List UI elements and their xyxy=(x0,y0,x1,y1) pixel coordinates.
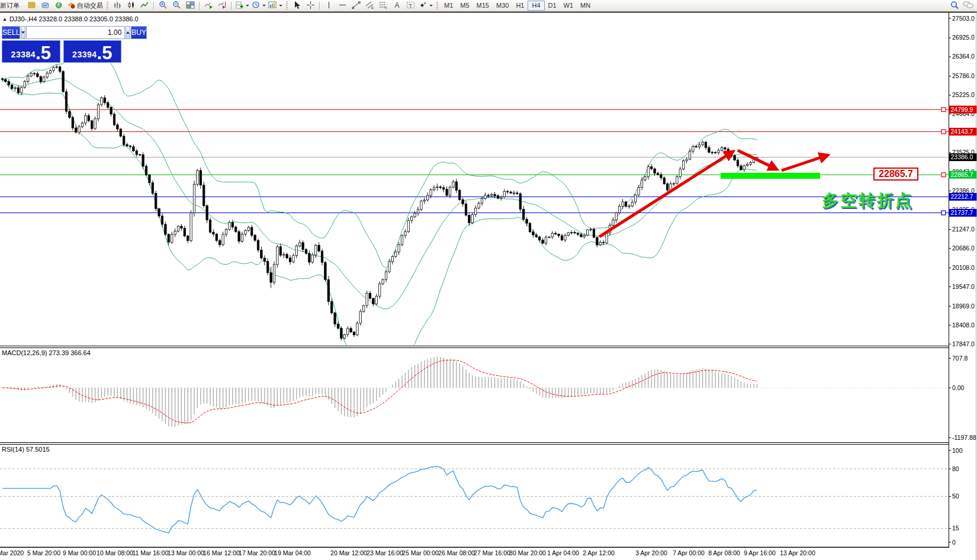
indicators-button[interactable] xyxy=(234,1,250,11)
svg-text:20686.0: 20686.0 xyxy=(952,244,975,252)
time-axis-labels: Mar 20205 Mar 20:009 Mar 00:0010 Mar 08:… xyxy=(0,549,815,556)
svg-text:9 Apr 16:00: 9 Apr 16:00 xyxy=(744,549,776,556)
svg-text:50: 50 xyxy=(952,493,959,500)
tf-button-MN[interactable]: MN xyxy=(577,1,594,11)
tf-button-W1[interactable]: W1 xyxy=(560,1,577,11)
candle-chart-button[interactable] xyxy=(124,1,138,11)
indicators-caret xyxy=(246,5,249,7)
svg-text:21737.7: 21737.7 xyxy=(951,209,973,216)
tf-button-M15[interactable]: M15 xyxy=(473,1,493,11)
macd-indicator-label: MACD(12,26,9) 273.39 366.64 xyxy=(2,349,91,356)
tf-button-M30[interactable]: M30 xyxy=(493,1,512,11)
line-chart-button[interactable] xyxy=(138,1,152,11)
cursor-tool-button[interactable] xyxy=(290,1,304,11)
horizontal-line-icon xyxy=(338,1,347,11)
svg-text:19 Mar 04:00: 19 Mar 04:00 xyxy=(274,549,311,556)
text-tool-button[interactable]: A xyxy=(390,1,404,11)
price-axis-labels: 27503.026925.026364.025786.025225.024664… xyxy=(949,15,977,546)
vline-tool-button[interactable] xyxy=(322,1,336,11)
volume-input[interactable] xyxy=(26,26,125,39)
toolbar-grip[interactable] xyxy=(107,2,108,10)
symbol-ohlc-info: DJ30-,H4 23328.0 23388.0 23305.0 23386.0 xyxy=(9,15,139,22)
volume-increase-button[interactable] xyxy=(126,26,130,39)
svg-text:27 Mar 16:00: 27 Mar 16:00 xyxy=(474,549,510,556)
toolbar-grip[interactable] xyxy=(286,2,288,10)
tf-button-M5[interactable]: M5 xyxy=(457,1,473,11)
periods-caret xyxy=(262,5,266,7)
new-order-button[interactable]: 新订单 xyxy=(0,1,25,11)
zoom-in-button[interactable] xyxy=(156,1,170,11)
trend-arrow[interactable] xyxy=(599,152,733,237)
templates-caret xyxy=(279,5,282,7)
svg-text:22865.7: 22865.7 xyxy=(951,171,973,178)
tf-button-H1[interactable]: H1 xyxy=(512,1,528,11)
signal-icon xyxy=(54,1,63,11)
svg-text:21247.0: 21247.0 xyxy=(952,226,975,233)
search-button[interactable] xyxy=(947,1,961,11)
chart-shift-button[interactable] xyxy=(216,1,229,11)
buy-button[interactable]: BUY xyxy=(131,26,147,39)
auto-scroll-button[interactable] xyxy=(202,1,216,11)
down-triangle-icon xyxy=(21,31,25,34)
crosshair-tool-button[interactable] xyxy=(304,1,317,11)
text-label-tool-button[interactable]: T xyxy=(404,1,417,11)
svg-text:A: A xyxy=(395,1,400,9)
chinese-note-text[interactable]: 多空转折点 xyxy=(822,189,914,212)
fibonacci-tool-button[interactable]: F xyxy=(377,1,390,11)
signals-button[interactable] xyxy=(52,1,66,11)
tf-button-M1[interactable]: M1 xyxy=(441,1,457,11)
fibonacci-icon: F xyxy=(379,1,388,11)
svg-text:8 Apr 08:00: 8 Apr 08:00 xyxy=(708,549,740,556)
bid-main-digits: 23384 xyxy=(11,50,36,59)
bar-chart-button[interactable] xyxy=(111,1,124,11)
periods-button[interactable] xyxy=(250,1,267,11)
profile-button[interactable] xyxy=(25,1,38,11)
market-watch-button[interactable] xyxy=(38,1,52,11)
svg-text:F: F xyxy=(385,6,387,9)
support-zone-bar[interactable] xyxy=(721,173,820,179)
svg-text:19547.0: 19547.0 xyxy=(952,283,975,290)
svg-text:707.8: 707.8 xyxy=(952,355,968,362)
toolbar-grip[interactable] xyxy=(436,2,438,10)
price-pane xyxy=(0,46,949,366)
zoom-out-icon xyxy=(172,1,181,11)
line-chart-icon xyxy=(140,1,149,11)
chat-button[interactable] xyxy=(961,1,975,11)
buy-label: BUY xyxy=(131,28,146,37)
svg-text:25 Mar 00:00: 25 Mar 00:00 xyxy=(402,549,439,556)
text-label-icon: T xyxy=(406,1,415,11)
tf-button-D1[interactable]: D1 xyxy=(545,1,560,11)
indicators-icon xyxy=(235,1,244,11)
chat-bubbles-icon xyxy=(963,1,973,11)
svg-text:0.00: 0.00 xyxy=(952,384,965,391)
symbol-header: ▲ DJ30-,H4 23328.0 23388.0 23305.0 23386… xyxy=(2,15,139,22)
svg-text:17847.0: 17847.0 xyxy=(952,340,975,347)
zoom-in-icon xyxy=(159,1,168,11)
sell-button[interactable]: SELL xyxy=(2,26,20,39)
trendline-icon xyxy=(352,1,361,11)
support-level-annotation[interactable]: 22865.7 xyxy=(873,168,918,181)
svg-text:26925.0: 26925.0 xyxy=(952,34,975,41)
arrows-shapes-icon xyxy=(419,1,428,11)
svg-text:24799.9: 24799.9 xyxy=(951,106,973,113)
auto-scroll-icon xyxy=(204,1,213,11)
tf-button-H4[interactable]: H4 xyxy=(528,1,544,11)
tile-windows-button[interactable] xyxy=(184,1,197,11)
zoom-out-button[interactable] xyxy=(170,1,184,11)
volume-decrease-button[interactable] xyxy=(21,26,25,39)
templates-button[interactable] xyxy=(267,1,284,11)
bid-quote-button[interactable]: 23384 .5 xyxy=(2,40,60,63)
svg-text:22212.7: 22212.7 xyxy=(951,193,973,200)
svg-text:15: 15 xyxy=(952,524,959,532)
svg-text:T: T xyxy=(409,3,413,9)
arrows-tool-button[interactable] xyxy=(417,1,434,11)
ask-quote-button[interactable]: 23394 .5 xyxy=(63,40,122,63)
one-click-collapse-arrow[interactable]: ▲ xyxy=(2,17,7,22)
autotrading-button[interactable]: 自动交易 xyxy=(66,1,104,11)
trendline-tool-button[interactable] xyxy=(349,1,363,11)
chart-canvas[interactable]: 27503.026925.026364.025786.025225.024664… xyxy=(0,0,977,560)
arrows-caret xyxy=(429,5,433,7)
hline-tool-button[interactable] xyxy=(336,1,349,11)
channel-tool-button[interactable]: E xyxy=(363,1,377,11)
chart-svg: 27503.026925.026364.025786.025225.024664… xyxy=(0,0,977,560)
